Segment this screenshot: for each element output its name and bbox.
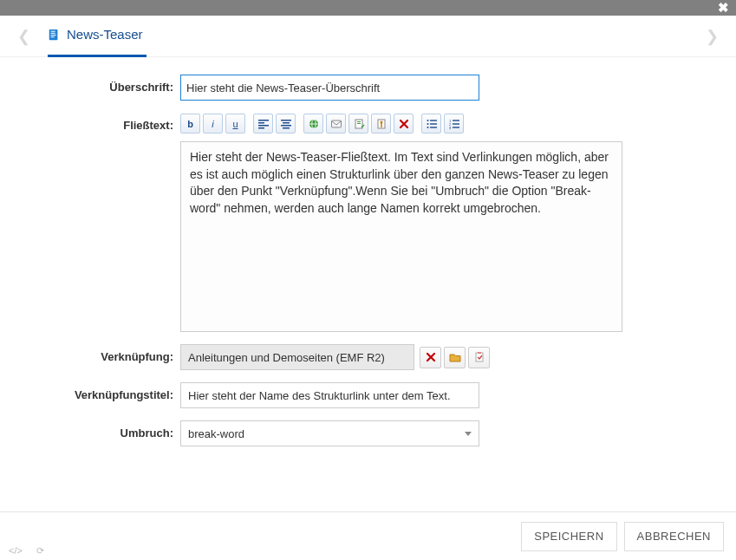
svg-text:3: 3 [449,125,452,129]
wrap-select[interactable]: break-word [180,420,479,446]
label-wrap: Umbruch: [24,420,180,440]
svg-rect-19 [357,123,361,124]
svg-rect-16 [331,120,341,127]
tab-label: News-Teaser [67,14,143,55]
svg-rect-18 [357,121,361,122]
italic-icon: i [212,119,213,129]
save-button[interactable]: SPEICHERN [521,522,616,551]
nav-prev-icon[interactable]: ❮ [14,27,34,46]
label-link: Verknüpfung: [24,344,180,363]
svg-rect-7 [258,125,269,127]
mail-button[interactable] [326,114,346,133]
svg-rect-32 [453,123,459,124]
link-browse-button[interactable] [444,347,466,368]
svg-rect-10 [283,122,290,124]
svg-rect-3 [51,35,56,36]
svg-point-27 [427,127,428,128]
linktitle-input[interactable] [180,382,479,408]
wrap-select-value: break-word [188,427,244,440]
code-icon[interactable]: </> [9,545,23,557]
file-link-button[interactable] [348,114,368,133]
svg-rect-2 [51,33,55,34]
svg-rect-30 [453,120,459,120]
link-actions [420,347,490,368]
italic-button[interactable]: i [203,114,223,133]
document-icon [48,29,60,41]
unlink-button[interactable] [394,114,414,133]
refresh-icon[interactable]: ⟳ [36,545,44,557]
anchor-button[interactable] [371,114,391,133]
svg-rect-1 [51,31,55,32]
body-textarea[interactable] [180,141,622,332]
link-value-display: Anleitungen und Demoseiten (EMF R2) [180,344,414,370]
bold-button[interactable]: b [180,114,200,133]
svg-rect-9 [281,120,291,121]
svg-rect-12 [283,127,290,129]
cancel-button[interactable]: ABBRECHEN [624,522,724,551]
form-area: Überschrift: Fließtext: b i u [0,57,736,511]
dialog-footer: SPEICHERN ABBRECHEN [0,511,736,560]
underline-icon: u [232,119,238,129]
svg-point-25 [427,123,428,125]
chevron-down-icon [465,432,472,436]
svg-rect-5 [258,120,269,121]
link-paste-button[interactable] [468,347,490,368]
align-left-button[interactable] [253,114,273,133]
heading-input[interactable] [180,75,479,101]
svg-rect-11 [281,125,291,127]
tab-bar: ❮ News-Teaser ❯ [0,16,736,57]
ordered-list-button[interactable]: 123 [444,114,464,133]
svg-rect-35 [476,353,483,361]
bold-icon: b [187,119,193,129]
tab-news-teaser[interactable]: News-Teaser [48,16,147,57]
footer-util-icons: </> ⟳ [9,545,44,557]
svg-point-23 [427,120,428,121]
svg-rect-6 [258,122,264,124]
underline-button[interactable]: u [225,114,245,133]
nav-next-icon[interactable]: ❯ [702,27,722,46]
svg-rect-34 [453,127,459,127]
link-button[interactable] [303,114,323,133]
richtext-toolbar: b i u 123 [180,113,622,134]
svg-rect-28 [430,127,437,127]
svg-rect-24 [430,120,437,120]
link-remove-button[interactable] [420,347,441,368]
label-linktitle: Verknüpfungstitel: [24,382,180,401]
label-body: Fließtext: [24,113,180,132]
svg-rect-36 [478,352,481,354]
unordered-list-button[interactable] [421,114,441,133]
align-center-button[interactable] [276,114,296,133]
svg-rect-8 [258,127,264,129]
label-heading: Überschrift: [24,75,180,94]
close-icon[interactable]: ✖ [718,2,729,14]
svg-rect-26 [430,123,437,124]
svg-rect-4 [51,36,55,37]
